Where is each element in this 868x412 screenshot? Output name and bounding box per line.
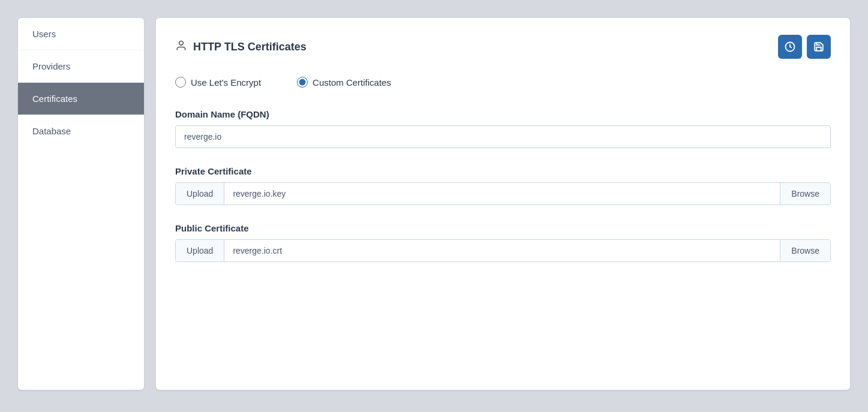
main-panel: HTTP TLS Certificates — [156, 18, 850, 390]
title-area: HTTP TLS Certificates — [175, 40, 307, 55]
public-cert-filename: reverge.io.crt — [224, 240, 780, 261]
sidebar-item-providers[interactable]: Providers — [18, 50, 144, 83]
history-button[interactable] — [778, 35, 802, 59]
private-certificate-section: Private Certificate Upload reverge.io.ke… — [175, 166, 831, 205]
certificate-type-group: Use Let's Encrypt Custom Certificates — [175, 77, 831, 88]
private-cert-upload-row: Upload reverge.io.key Browse — [175, 182, 831, 205]
sidebar-item-certificates[interactable]: Certificates — [18, 83, 144, 115]
app-layout: Users Providers Certificates Database HT… — [18, 18, 850, 390]
domain-name-input[interactable] — [175, 125, 831, 148]
public-certificate-section: Public Certificate Upload reverge.io.crt… — [175, 223, 831, 262]
private-cert-filename: reverge.io.key — [224, 183, 780, 205]
main-header: HTTP TLS Certificates — [175, 35, 831, 59]
save-button[interactable] — [807, 35, 831, 59]
private-certificate-label: Private Certificate — [175, 166, 831, 176]
lets-encrypt-label: Use Let's Encrypt — [191, 77, 261, 88]
lets-encrypt-radio[interactable] — [175, 77, 186, 88]
custom-certificates-radio[interactable] — [297, 77, 308, 88]
public-certificate-label: Public Certificate — [175, 223, 831, 233]
private-cert-browse-button[interactable]: Browse — [780, 183, 830, 205]
tls-icon — [175, 40, 187, 55]
custom-certificates-label: Custom Certificates — [313, 77, 391, 88]
public-cert-browse-button[interactable]: Browse — [780, 240, 830, 261]
sidebar: Users Providers Certificates Database — [18, 18, 144, 390]
domain-name-section: Domain Name (FQDN) — [175, 109, 831, 148]
public-cert-upload-row: Upload reverge.io.crt Browse — [175, 239, 831, 262]
header-actions — [778, 35, 831, 59]
sidebar-item-database[interactable]: Database — [18, 115, 144, 147]
private-cert-upload-button[interactable]: Upload — [176, 183, 224, 205]
page-title: HTTP TLS Certificates — [193, 41, 307, 53]
sidebar-item-users[interactable]: Users — [18, 18, 144, 50]
svg-point-0 — [179, 41, 184, 45]
domain-name-label: Domain Name (FQDN) — [175, 109, 831, 119]
custom-certificates-option[interactable]: Custom Certificates — [297, 77, 391, 88]
public-cert-upload-button[interactable]: Upload — [176, 240, 224, 261]
lets-encrypt-option[interactable]: Use Let's Encrypt — [175, 77, 261, 88]
